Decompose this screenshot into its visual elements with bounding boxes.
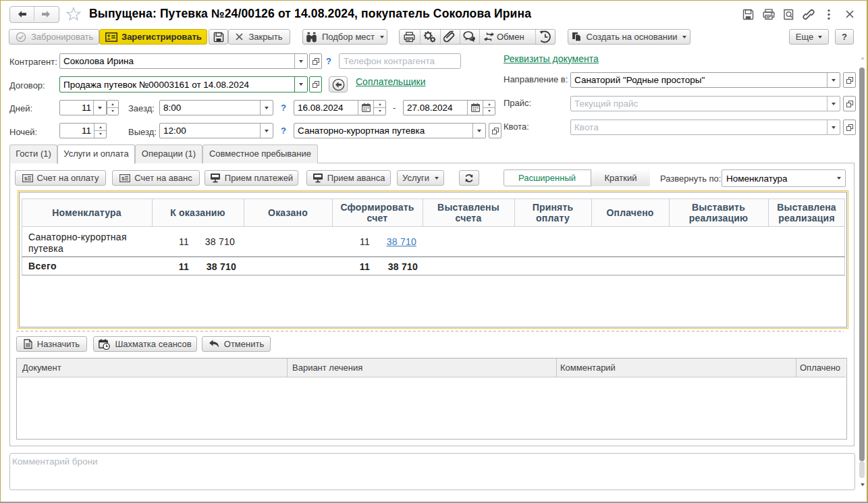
svg-text:$: $ [121,176,125,182]
svg-text:$: $ [24,176,28,182]
